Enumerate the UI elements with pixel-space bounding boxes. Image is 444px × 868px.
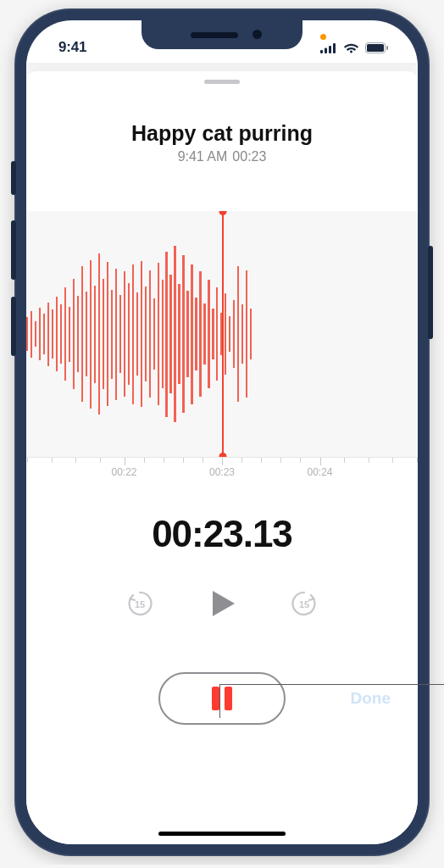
recording-title[interactable]: Happy cat purring xyxy=(26,121,418,146)
svg-rect-3 xyxy=(333,43,336,53)
recording-time: 9:41 AM xyxy=(178,149,228,164)
recording-subtitle: 9:41 AM00:23 xyxy=(26,149,418,164)
elapsed-timer: 00:23.13 xyxy=(26,513,418,555)
svg-rect-1 xyxy=(325,47,327,53)
power-button xyxy=(428,246,433,339)
notch xyxy=(142,20,302,49)
volume-up-button xyxy=(11,220,16,280)
pause-icon xyxy=(212,687,232,710)
phone-frame: 9:41 Happy cat purring 9:41 AM00: xyxy=(14,8,430,856)
svg-rect-6 xyxy=(386,46,388,50)
status-time: 9:41 xyxy=(50,39,86,56)
play-button[interactable] xyxy=(206,587,238,623)
done-button[interactable]: Done xyxy=(351,689,391,708)
mute-switch xyxy=(11,161,16,195)
svg-text:15: 15 xyxy=(135,599,145,609)
sheet-grabber[interactable] xyxy=(204,80,240,84)
ruler-label: 00:22 xyxy=(111,466,136,478)
playhead[interactable] xyxy=(222,211,224,457)
recording-sheet: Happy cat purring 9:41 AM00:23 2100:2200… xyxy=(26,71,418,844)
volume-down-button xyxy=(11,297,16,356)
svg-rect-5 xyxy=(367,44,384,52)
skip-forward-15-button[interactable]: 15 xyxy=(289,588,319,622)
phone-screen: 9:41 Happy cat purring 9:41 AM00: xyxy=(26,20,418,844)
svg-rect-2 xyxy=(329,46,331,53)
skip-back-15-button[interactable]: 15 xyxy=(125,588,155,622)
waveform-region[interactable] xyxy=(26,211,418,457)
svg-text:15: 15 xyxy=(299,599,309,609)
svg-rect-0 xyxy=(320,50,323,53)
ruler-label: 00:24 xyxy=(307,466,332,478)
mic-indicator-dot xyxy=(320,34,326,40)
battery-icon xyxy=(365,42,389,53)
wifi-icon xyxy=(343,42,359,53)
ruler-label: 00:23 xyxy=(209,466,235,478)
home-indicator[interactable] xyxy=(158,832,286,836)
pause-recording-button[interactable] xyxy=(158,672,286,725)
time-ruler[interactable]: 2100:2200:2300:240 xyxy=(26,457,418,482)
recording-duration: 00:23 xyxy=(232,149,266,164)
cellular-icon xyxy=(320,42,337,53)
